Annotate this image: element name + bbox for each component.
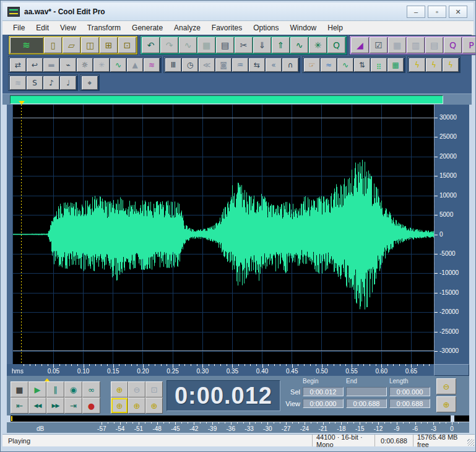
grid-view-1-button[interactable]: ▦ [388,37,406,53]
menu-edit[interactable]: Edit [30,22,54,33]
stop-button[interactable]: ■ [11,381,28,398]
normalize-updown-button[interactable]: ⇅ [354,58,370,72]
stretch-button[interactable]: ⇆ [249,58,265,72]
record-button[interactable]: ● [82,398,100,414]
amplitude-ruler[interactable]: 300002500020000150001000050000-5000-1000… [434,105,469,364]
cue-note-button[interactable]: ♪ [43,76,59,90]
view-end-value[interactable]: 0:00.688 [346,399,387,408]
organ-pipes-button[interactable]: Ⅲ [165,58,181,72]
delay-timer-button[interactable]: ◷ [182,58,198,72]
play-from-cursor-button[interactable]: ◉ [64,381,82,398]
zoom-full-button[interactable]: ⊡ [145,381,163,398]
level-meter[interactable] [11,415,451,422]
hiss-reduction-button[interactable]: ϟ [443,58,459,72]
zoom-right-edge-button[interactable]: ⊕ [145,398,163,414]
menu-window[interactable]: Window [285,22,322,33]
click-removal-button[interactable]: ϟ [409,58,425,72]
wave-sparkle-button[interactable]: ∿ [110,58,126,72]
noise-reduction-button[interactable]: ϟ [426,58,442,72]
sel-end-value[interactable] [346,387,387,396]
full-reverb-button[interactable]: « [266,58,282,72]
fast-forward-button[interactable]: ▶▶ [46,398,64,414]
grid-view-3-button[interactable]: ▤ [425,37,443,53]
pause-button[interactable]: ‖ [46,381,64,398]
save-selection-button[interactable]: ⊡ [118,37,136,53]
filter-curve-button[interactable]: ∩ [282,58,298,72]
fit-notes-button[interactable]: ⌖ [82,76,98,90]
menu-generate[interactable]: Generate [126,22,168,33]
waveform-canvas[interactable] [13,105,434,364]
menu-file[interactable]: File [7,22,30,33]
spectrum-bars-button[interactable]: ⣶ [371,58,387,72]
spectral-view-button[interactable]: ◢ [351,37,369,53]
play-list-button[interactable]: P [462,37,476,53]
options-check-button[interactable]: ☑ [370,37,387,53]
playback-cursor-line[interactable] [21,105,22,364]
cone-filter-button[interactable]: ▲ [127,58,143,72]
play-note-button[interactable]: ♩ [60,76,76,90]
time-ruler[interactable]: hms 0.050.100.150.200.250.300.350.400.45… [7,364,469,376]
room-reverb-button[interactable]: ◙ [215,58,232,72]
maximize-button[interactable]: ▫ [428,6,446,18]
overview-range[interactable] [10,95,443,104]
frequency-grid-button[interactable]: ▦ [387,58,404,72]
waves-blue-button[interactable]: ≈ [321,58,337,72]
zoom-in-button[interactable]: ⊕ [111,381,128,398]
resize-grip[interactable] [467,439,474,446]
brightness-button[interactable]: ☼ [77,58,93,72]
paste-to-new-button[interactable]: ⇑ [272,37,290,53]
view-begin-value[interactable]: 0:00.000 [303,399,344,408]
trim-button[interactable]: ▦ [197,37,215,53]
go-to-end-button[interactable]: ⇥ [64,398,82,414]
vertical-zoom-in-button[interactable]: ⊕ [436,396,456,412]
chorus-button[interactable]: ♒ [232,58,248,72]
close-button[interactable]: ✕ [449,6,467,18]
redo-button[interactable]: ↷ [160,37,178,53]
menu-favorites[interactable]: Favorites [206,22,248,33]
cue-list-button[interactable]: Q [444,37,462,53]
zoom-left-edge-button[interactable]: ⊕ [128,398,145,414]
cut-button[interactable]: ✂ [235,37,253,53]
db-ruler[interactable]: dB -57-54-51-48-45-42-39-36-33-30-27-24-… [7,422,469,433]
hand-mix-button[interactable]: ☞ [304,58,320,72]
go-to-beginning-button[interactable]: ⇤ [11,398,28,414]
copy-button[interactable]: ▤ [216,37,234,53]
menu-transform[interactable]: Transform [82,22,126,33]
menu-help[interactable]: Help [322,22,348,33]
multi-wave-button[interactable]: ≋ [144,58,160,72]
silence-button[interactable]: ▬ [43,58,59,72]
vertical-zoom-out-button[interactable]: ⊖ [436,378,456,394]
cursor-marker-top[interactable] [19,101,25,108]
scrub-tool-button[interactable]: ⇄ [10,58,26,72]
play-button[interactable]: ▶ [28,381,46,398]
zoom-to-selection-button[interactable]: ⊕ [111,398,128,414]
play-looped-button[interactable]: ∞ [82,381,100,398]
sine-generate-button[interactable]: ∿ [337,58,353,72]
save-as-button[interactable]: ⊞ [100,37,118,53]
zoom-out-button[interactable]: ⊖ [128,381,145,398]
grid-view-2-button[interactable]: ▥ [407,37,425,53]
save-file-button[interactable]: ◫ [81,37,99,53]
mix-button[interactable]: ∿ [179,37,197,53]
convert-sample-type-button[interactable]: ∿ [290,37,308,53]
waves-gray-button[interactable]: ≋ [10,76,26,90]
batch-process-button[interactable]: Q [327,37,345,53]
echo-button[interactable]: ≪ [199,58,215,72]
normalize-group-button[interactable]: ✳ [309,37,327,53]
freeze-button[interactable]: ✳ [93,58,110,72]
pencil-edit-button[interactable]: ⌁ [60,58,76,72]
new-file-button[interactable]: ▯ [44,37,62,53]
menu-view[interactable]: View [54,22,82,33]
menu-options[interactable]: Options [248,22,284,33]
sel-begin-value[interactable]: 0:00.012 [303,387,344,396]
multitrack-view-button[interactable]: ≋ [10,37,43,53]
minimize-button[interactable]: – [407,6,425,18]
menu-analyze[interactable]: Analyze [168,22,206,33]
rewind-button[interactable]: ◀◀ [28,398,46,414]
undo-button[interactable]: ↶ [142,37,160,53]
restore-button[interactable]: ↩ [27,58,43,72]
open-file-button[interactable]: ▱ [63,37,80,53]
waveform-display[interactable] [13,105,434,364]
snap-button[interactable]: S [27,76,43,90]
view-length-value[interactable]: 0:00.688 [389,399,430,408]
